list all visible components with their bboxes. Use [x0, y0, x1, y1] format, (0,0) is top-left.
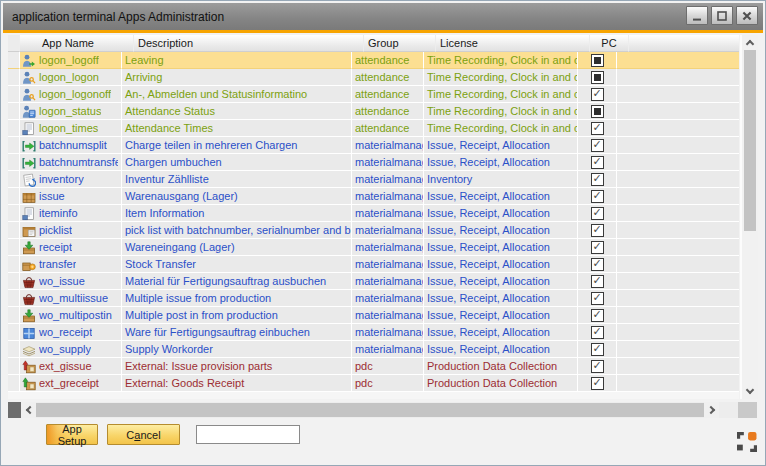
group-cell: attendance [352, 69, 424, 86]
scroll-left-button[interactable] [21, 402, 36, 418]
horizontal-scrollbar[interactable] [8, 402, 757, 418]
vertical-scrollbar[interactable] [740, 35, 758, 399]
pc-cell: ✓ [578, 290, 617, 307]
pc-checkbox[interactable]: ✓ [591, 377, 604, 390]
cancel-button[interactable]: Cancel [107, 424, 180, 445]
horizontal-scroll-thumb[interactable] [36, 403, 704, 417]
pc-cell [578, 103, 617, 120]
minimize-button[interactable] [686, 6, 708, 25]
pc-checkbox[interactable]: ✓ [591, 275, 604, 288]
vertical-scroll-track[interactable] [742, 50, 758, 384]
table-row-logon_status[interactable]: logon_statusAttendance StatusattendanceT… [8, 103, 739, 120]
table-row-picklist[interactable]: picklistpick list with batchnumber, seri… [8, 222, 739, 239]
pc-cell: ✓ [578, 239, 617, 256]
description-cell: Attendance Status [122, 103, 352, 120]
group-cell: materialmanagement [352, 256, 424, 273]
pc-checkbox[interactable]: ✓ [591, 173, 604, 186]
pc-checkbox[interactable]: ✓ [591, 224, 604, 237]
empty-cell [617, 188, 739, 205]
table-row-iteminfo[interactable]: iteminfoItem Informationmaterialmanageme… [8, 205, 739, 222]
pc-checkbox[interactable]: ✓ [591, 258, 604, 271]
scroll-right-button[interactable] [704, 402, 719, 418]
crate-down-icon [22, 241, 36, 255]
table-row-ext_greceipt[interactable]: ext_greceiptExternal: Goods ReceiptpdcPr… [8, 375, 739, 392]
app-name-text: logon_logoff [39, 53, 99, 68]
row-gutter [8, 52, 20, 69]
table-row-issue[interactable]: issueWarenausgang (Lager)materialmanagem… [8, 188, 739, 205]
pc-checkbox[interactable]: ✓ [591, 326, 604, 339]
table-row-logon_logonoff[interactable]: logon_logonoffAn-, Abmelden und Statusin… [8, 86, 739, 103]
pc-checkbox[interactable]: ✓ [591, 122, 604, 135]
maximize-button[interactable] [711, 6, 733, 25]
footer-text-input[interactable] [196, 425, 300, 444]
pc-checkbox[interactable]: ✓ [591, 139, 604, 152]
table-row-batchnumtransfer[interactable]: batchnumtransferChargen umbuchenmaterial… [8, 154, 739, 171]
column-header-license[interactable]: License [436, 35, 590, 52]
pc-checkbox[interactable]: ✓ [591, 190, 604, 203]
app-name-text: wo_multiissue [39, 291, 108, 306]
column-header-app-name[interactable]: App Name [20, 35, 134, 52]
transfer-icon [22, 258, 36, 272]
app-setup-button[interactable]: App Setup [46, 424, 98, 445]
app-name-text: logon_logon [39, 70, 99, 85]
table-row-logon_logoff[interactable]: logon_logoffLeavingattendanceTime Record… [8, 52, 739, 69]
table-row-inventory[interactable]: inventoryInventur Zähllistematerialmanag… [8, 171, 739, 188]
table-row-logon_logon[interactable]: logon_logonArrivingattendanceTime Record… [8, 69, 739, 86]
app-name-cell: logon_logon [20, 69, 122, 86]
pc-checkbox[interactable] [591, 54, 604, 67]
description-cell: Warenausgang (Lager) [122, 188, 352, 205]
pc-checkbox[interactable]: ✓ [591, 292, 604, 305]
pc-checkbox[interactable]: ✓ [591, 309, 604, 322]
resize-grip-icon[interactable] [737, 432, 757, 452]
table-row-wo_multiissue[interactable]: wo_multiissueMultiple issue from product… [8, 290, 739, 307]
pc-cell: ✓ [578, 324, 617, 341]
scroll-up-button[interactable] [742, 35, 758, 50]
pc-checkbox[interactable]: ✓ [591, 241, 604, 254]
license-cell: Issue, Receipt, Allocation [424, 154, 578, 171]
license-cell: Production Data Collection [424, 375, 578, 392]
column-header-description[interactable]: Description [134, 35, 364, 52]
table-row-wo_receipt[interactable]: wo_receiptWare für Fertigungsauftrag ein… [8, 324, 739, 341]
app-name-cell: wo_supply [20, 341, 122, 358]
pc-cell: ✓ [578, 307, 617, 324]
group-cell: materialmanagement [352, 205, 424, 222]
table-row-wo_issue[interactable]: wo_issueMaterial für Fertigungsauftrag a… [8, 273, 739, 290]
app-name-cell: batchnumsplit [20, 137, 122, 154]
row-gutter [8, 86, 20, 103]
table-row-receipt[interactable]: receiptWareneingang (Lager)materialmanag… [8, 239, 739, 256]
empty-cell [617, 341, 739, 358]
app-name-cell: wo_multiissue [20, 290, 122, 307]
pc-checkbox[interactable]: ✓ [591, 156, 604, 169]
description-cell: Stock Transfer [122, 256, 352, 273]
row-gutter [8, 256, 20, 273]
app-name-text: logon_times [39, 121, 98, 136]
crate-icon [22, 190, 36, 204]
empty-cell [617, 290, 739, 307]
empty-cell [617, 324, 739, 341]
description-cell: External: Goods Receipt [122, 375, 352, 392]
table-row-wo_multipostin[interactable]: wo_multipostinMultiple post in from prod… [8, 307, 739, 324]
vertical-scroll-thumb[interactable] [744, 50, 756, 231]
app-name-text: ext_gissue [39, 359, 92, 374]
pc-checkbox[interactable]: ✓ [591, 88, 604, 101]
column-header-group[interactable]: Group [364, 35, 436, 52]
pc-checkbox[interactable]: ✓ [591, 207, 604, 220]
app-name-cell: logon_status [20, 103, 122, 120]
table-row-logon_times[interactable]: logon_timesAttendance TimesattendanceTim… [8, 120, 739, 137]
pc-checkbox[interactable]: ✓ [591, 343, 604, 356]
column-header-pc[interactable]: PC [590, 35, 629, 52]
license-cell: Inventory [424, 171, 578, 188]
title-bar[interactable]: application terminal Apps Administration [3, 3, 763, 30]
scroll-down-button[interactable] [742, 384, 758, 399]
dialog-body: App NameDescriptionGroupLicensePC logon_… [3, 33, 763, 463]
table-row-batchnumsplit[interactable]: batchnumsplitCharge teilen in mehreren C… [8, 137, 739, 154]
app-name-cell: logon_times [20, 120, 122, 137]
pc-checkbox[interactable]: ✓ [591, 360, 604, 373]
pc-checkbox[interactable] [591, 105, 604, 118]
table-row-ext_gissue[interactable]: ext_gissueExternal: Issue provision part… [8, 358, 739, 375]
table-row-transfer[interactable]: transferStock Transfermaterialmanagement… [8, 256, 739, 273]
pc-checkbox[interactable] [591, 71, 604, 84]
close-button[interactable] [736, 6, 758, 25]
table-row-wo_supply[interactable]: wo_supplySupply Workordermaterialmanagem… [8, 341, 739, 358]
description-cell: pick list with batchnumber, serialnumber… [122, 222, 352, 239]
